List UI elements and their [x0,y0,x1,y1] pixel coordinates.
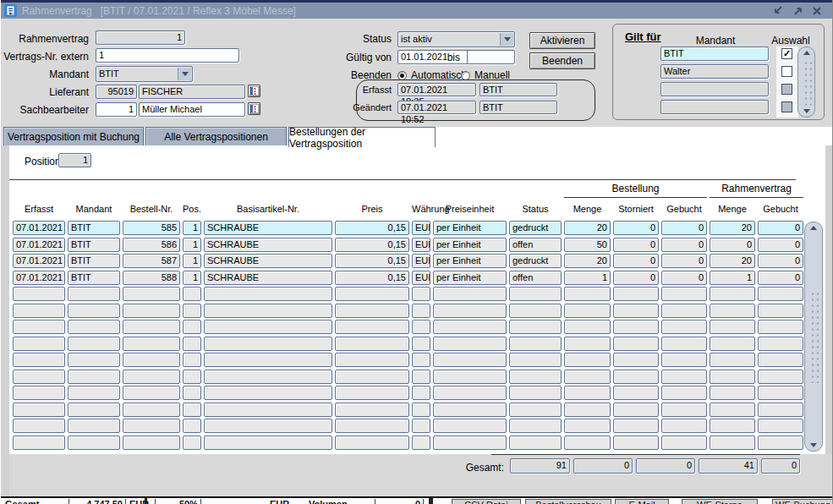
table-cell[interactable] [509,353,562,367]
table-cell[interactable] [613,370,659,384]
table-cell[interactable] [412,419,430,433]
table-cell[interactable] [661,353,707,367]
table-cell[interactable] [613,304,659,318]
table-cell[interactable]: EUR [412,254,430,268]
table-cell[interactable] [758,320,803,334]
table-cell[interactable] [123,337,180,351]
table-cell[interactable] [335,436,409,450]
sachbearbeiter-name-field[interactable]: Müller Michael [139,102,245,117]
table-cell[interactable] [68,337,120,351]
table-cell[interactable]: offen [509,238,562,252]
table-cell[interactable] [661,419,707,433]
table-cell[interactable]: SCHRAUBE [204,238,332,252]
table-cell[interactable] [183,320,201,334]
table-cell[interactable] [758,436,803,450]
table-cell[interactable] [183,386,201,400]
table-cell[interactable]: 0,15 [335,271,409,285]
table-cell[interactable] [204,419,332,433]
background-button-4[interactable]: WE-Storno [682,499,758,504]
vertragsnr-extern-field[interactable]: 1 [96,48,239,63]
table-cell[interactable] [710,353,755,367]
table-cell[interactable] [564,287,611,301]
table-cell[interactable]: 1 [710,271,755,285]
table-cell[interactable] [710,436,755,450]
table-cell[interactable] [204,304,332,318]
table-cell[interactable]: 0 [613,254,659,268]
table-cell[interactable] [509,386,562,400]
table-cell[interactable] [564,403,611,417]
table-cell[interactable]: 0,15 [335,221,409,235]
table-cell[interactable] [661,386,707,400]
background-button-5[interactable]: WE-Buchung [772,499,833,504]
lieferant-lov-button[interactable] [248,85,260,97]
table-cell[interactable] [13,287,65,301]
table-cell[interactable] [183,287,201,301]
table-cell[interactable] [661,436,707,450]
table-cell[interactable] [68,304,120,318]
table-cell[interactable] [335,287,409,301]
table-cell[interactable] [613,419,659,433]
table-cell[interactable]: gedruckt [509,221,562,235]
table-cell[interactable] [710,386,755,400]
title-bar[interactable]: Rahmenvertrag [BTIT / 07.01.2021 / Refle… [1,0,832,19]
table-cell[interactable]: gedruckt [509,254,562,268]
table-cell[interactable] [13,353,65,367]
table-cell[interactable] [661,287,707,301]
table-cell[interactable]: 20 [564,254,611,268]
table-cell[interactable] [204,337,332,351]
table-cell[interactable]: SCHRAUBE [204,254,332,268]
status-dropdown-arrow-icon[interactable] [500,33,513,46]
table-cell[interactable] [13,370,65,384]
table-cell[interactable]: offen [509,271,562,285]
table-cell[interactable]: 0 [661,221,707,235]
sachbearbeiter-lov-button[interactable] [248,102,260,115]
table-cell[interactable]: 585 [123,221,180,235]
table-cell[interactable] [335,386,409,400]
table-cell[interactable] [183,304,201,318]
table-cell[interactable] [509,287,562,301]
table-cell[interactable] [335,419,409,433]
table-cell[interactable]: per Einheit [433,238,507,252]
table-cell[interactable]: 1 [183,221,201,235]
table-cell[interactable]: 0 [661,254,707,268]
table-cell[interactable]: 0 [758,238,803,252]
table-cell[interactable] [758,403,803,417]
table-cell[interactable]: BTIT [68,238,120,252]
table-cell[interactable] [564,320,611,334]
table-cell[interactable] [433,403,507,417]
table-cell[interactable] [509,320,562,334]
table-cell[interactable] [68,403,120,417]
table-cell[interactable] [68,320,120,334]
table-cell[interactable] [564,353,611,367]
tab-bestellungen-der-vertragsposition[interactable]: Bestellungen der Vertragsposition [288,127,436,147]
table-cell[interactable]: 0,15 [335,238,409,252]
table-cell[interactable] [183,436,201,450]
close-icon[interactable] [810,5,824,17]
bis-field[interactable] [467,50,515,64]
restore-icon[interactable] [791,5,804,17]
table-cell[interactable] [13,304,65,318]
table-cell[interactable]: 0 [613,238,659,252]
table-cell[interactable] [183,337,201,351]
table-cell[interactable] [613,386,659,400]
table-cell[interactable] [183,419,201,433]
gilt-fuer-scrollbar[interactable] [797,47,815,118]
table-cell[interactable] [412,386,430,400]
table-cell[interactable] [661,370,707,384]
table-cell[interactable]: 0 [758,271,803,285]
table-cell[interactable] [710,287,755,301]
background-button-1[interactable]: CSV-Datei [452,499,521,504]
tab-alle-vertragspositionen[interactable]: Alle Vertragspositionen [145,127,287,145]
table-cell[interactable] [564,419,611,433]
table-cell[interactable]: 07.01.2021 [13,238,65,252]
minimize-icon[interactable] [771,5,785,17]
table-cell[interactable] [564,304,611,318]
sachbearbeiter-code-field[interactable]: 1 [96,102,137,117]
table-cell[interactable]: SCHRAUBE [204,271,332,285]
table-cell[interactable] [68,419,120,433]
table-cell[interactable] [433,320,507,334]
table-cell[interactable]: 07.01.2021 [13,254,65,268]
table-cell[interactable] [661,337,707,351]
table-cell[interactable]: 1 [183,271,201,285]
table-cell[interactable]: 07.01.2021 [13,221,65,235]
